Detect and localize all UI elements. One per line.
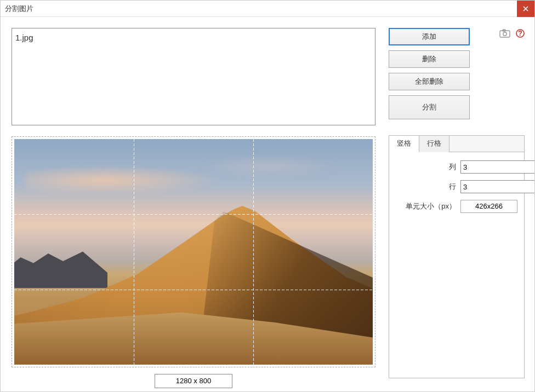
tab-vertical-grid[interactable]: 竖格 xyxy=(389,136,419,152)
file-list[interactable]: 1.jpg xyxy=(12,28,375,125)
svg-point-1 xyxy=(503,32,506,36)
grid-line-h xyxy=(14,290,373,290)
rows-label: 行 xyxy=(396,182,460,192)
split-button[interactable]: 分割 xyxy=(389,95,470,119)
preview-frame xyxy=(12,136,375,367)
titlebar: 分割图片 xyxy=(1,1,534,17)
image-dimensions: 1280 x 800 xyxy=(155,374,232,388)
help-icon[interactable]: ? xyxy=(516,29,525,38)
close-icon xyxy=(523,6,528,11)
svg-rect-0 xyxy=(500,31,510,37)
cols-input[interactable] xyxy=(460,160,535,174)
cols-label: 列 xyxy=(396,162,460,172)
svg-text:?: ? xyxy=(518,29,522,37)
rows-input[interactable] xyxy=(460,180,535,193)
add-button[interactable]: 添加 xyxy=(389,28,470,45)
cellsize-value: 426x266 xyxy=(460,200,517,213)
image-preview[interactable] xyxy=(14,139,373,365)
file-list-item[interactable]: 1.jpg xyxy=(15,32,372,43)
grid-line-h xyxy=(14,214,373,215)
grid-line-v xyxy=(134,139,134,365)
settings-panel: 竖格 行格 列 行 xyxy=(389,135,525,378)
remove-all-button[interactable]: 全部删除 xyxy=(389,73,470,90)
remove-button[interactable]: 删除 xyxy=(389,50,470,68)
window-title: 分割图片 xyxy=(5,4,33,14)
camera-icon[interactable] xyxy=(499,29,510,38)
close-button[interactable] xyxy=(517,1,534,17)
grid-line-v xyxy=(253,139,254,365)
tab-horizontal-grid[interactable]: 行格 xyxy=(419,136,449,152)
cellsize-label: 单元大小（px） xyxy=(396,201,460,211)
